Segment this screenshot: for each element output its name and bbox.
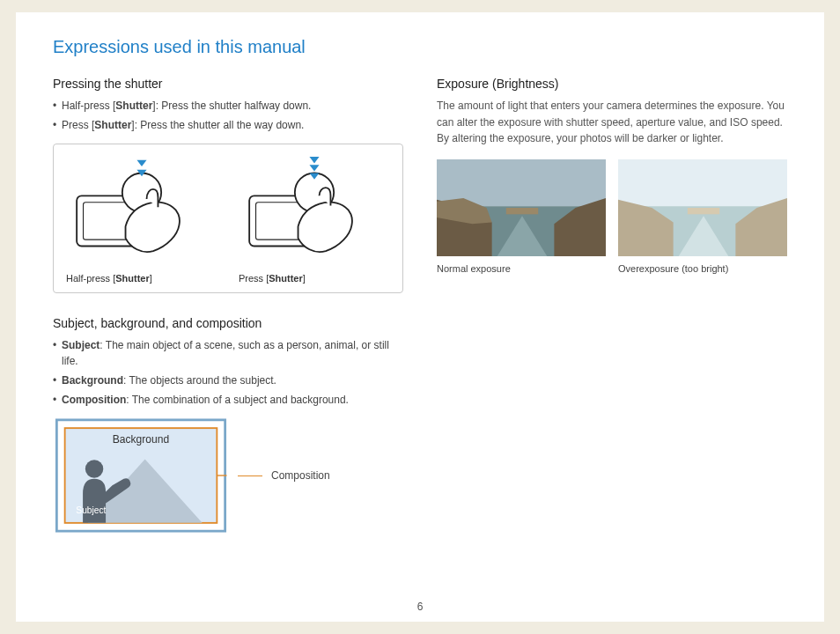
photo-over-icon: [618, 159, 787, 256]
text-bold: Shutter: [115, 100, 152, 112]
left-column: Pressing the shutter Half-press [Shutter…: [53, 77, 403, 533]
full-press-illustration: [239, 157, 390, 266]
text-bold: Subject: [62, 339, 99, 351]
composition-connector-line: [238, 476, 262, 476]
text: ]: [150, 273, 152, 284]
list-item: Composition: The combination of a subjec…: [53, 392, 403, 408]
text-bold: Shutter: [94, 119, 131, 131]
text: ]: [303, 273, 306, 284]
text: ]: Press the shutter halfway down.: [152, 100, 311, 112]
label-composition: Composition: [271, 469, 330, 482]
list-item: Press [Shutter]: Press the shutter all t…: [53, 117, 403, 133]
text: Press [: [62, 119, 94, 131]
text: Press [: [239, 273, 269, 284]
svg-rect-27: [688, 208, 719, 214]
text: ]: Press the shutter all the way down.: [131, 119, 304, 131]
list-item: Background: The objects around the subje…: [53, 372, 403, 388]
photo-overexposure: Overexposure (too bright): [618, 159, 787, 274]
heading-exposure: Exposure (Brightness): [437, 77, 787, 91]
composition-svg: Background Subject: [53, 418, 229, 533]
text: Half-press [: [62, 100, 115, 112]
photo-normal-exposure: Normal exposure: [437, 159, 606, 274]
svg-rect-21: [506, 208, 538, 214]
list-item: Subject: The main object of a scene, suc…: [53, 337, 403, 369]
label-background-svg: Background: [113, 433, 169, 446]
label-subject-svg: Subject: [76, 505, 106, 515]
text-bold: Background: [62, 374, 123, 387]
camera-full-press-icon: [239, 157, 390, 262]
text-bold: Shutter: [115, 273, 150, 284]
columns: Pressing the shutter Half-press [Shutter…: [53, 77, 787, 533]
composition-illustration: Background Subject Composition: [53, 418, 403, 533]
text: : The combination of a subject and backg…: [126, 394, 349, 406]
svg-point-14: [85, 460, 103, 477]
exposure-photo-row: Normal exposure Overexposure (too bright…: [437, 159, 787, 274]
caption-half-press: Half-press [Shutter]: [66, 273, 217, 284]
page: Expressions used in this manual Pressing…: [16, 12, 824, 622]
list-item: Half-press [Shutter]: Press the shutter …: [53, 98, 403, 114]
page-number: 6: [16, 601, 824, 613]
text: : The objects around the subject.: [123, 374, 276, 387]
exposure-paragraph: The amount of light that enters your cam…: [437, 98, 787, 147]
caption-over: Overexposure (too bright): [618, 263, 787, 274]
text-bold: Composition: [62, 394, 126, 406]
caption-full-press: Press [Shutter]: [239, 273, 390, 284]
heading-sbc: Subject, background, and composition: [53, 316, 403, 330]
right-column: Exposure (Brightness) The amount of ligh…: [437, 77, 787, 533]
half-press-illustration: [66, 157, 217, 266]
svg-rect-23: [618, 159, 787, 206]
svg-marker-3: [136, 160, 146, 166]
sbc-bullets: Subject: The main object of a scene, suc…: [53, 337, 403, 408]
text-bold: Shutter: [269, 273, 303, 284]
camera-half-press-icon: [66, 157, 217, 262]
page-title: Expressions used in this manual: [53, 37, 787, 57]
svg-marker-8: [309, 157, 319, 163]
heading-shutter: Pressing the shutter: [53, 77, 403, 91]
text: : The main object of a scene, such as a …: [62, 339, 389, 367]
text: Half-press [: [66, 273, 115, 284]
caption-normal: Normal exposure: [437, 263, 606, 274]
shutter-bullets: Half-press [Shutter]: Press the shutter …: [53, 98, 403, 133]
svg-marker-9: [309, 165, 319, 171]
shutter-illustration-box: Half-press [Shutter] Press [Shutter]: [53, 144, 403, 293]
photo-normal-icon: [437, 159, 606, 256]
